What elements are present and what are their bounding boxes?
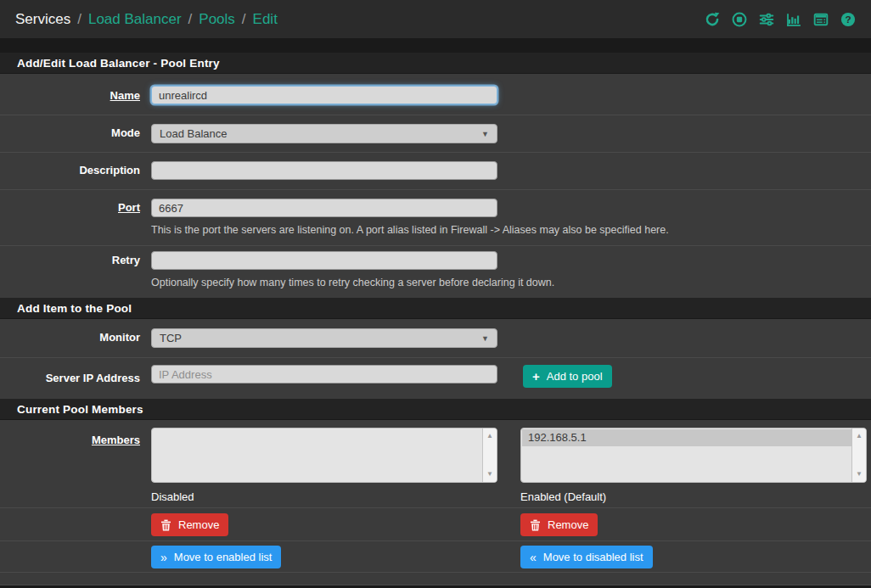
remove-label: Remove xyxy=(548,518,588,531)
trash-icon xyxy=(530,519,541,531)
remove-disabled-button[interactable]: Remove xyxy=(151,513,228,536)
section-title: Add/Edit Load Balancer - Pool Entry xyxy=(17,57,220,70)
scroll-down-icon[interactable]: ▼ xyxy=(852,471,866,478)
bar-chart-icon[interactable] xyxy=(785,11,801,27)
scrollbar[interactable]: ▲ ▼ xyxy=(482,428,497,482)
breadcrumb: Services / Load Balancer / Pools / Edit xyxy=(15,11,278,28)
double-chevron-left-icon: « xyxy=(530,552,537,563)
add-to-pool-label: Add to pool xyxy=(547,370,603,383)
section-title: Add Item to the Pool xyxy=(17,302,132,315)
scroll-up-icon[interactable]: ▲ xyxy=(483,433,497,440)
scrollbar[interactable]: ▲ ▼ xyxy=(851,428,866,482)
plus-icon: + xyxy=(532,370,540,383)
top-navbar: Services / Load Balancer / Pools / Edit xyxy=(0,0,871,38)
double-chevron-right-icon: » xyxy=(160,552,167,563)
remove-enabled-button[interactable]: Remove xyxy=(520,513,598,536)
pool-edit-panel: Add/Edit Load Balancer - Pool Entry Name… xyxy=(0,53,871,585)
monitor-label: Monitor xyxy=(0,328,140,344)
monitor-select[interactable]: TCP ▼ xyxy=(151,328,497,348)
disabled-list-caption: Disabled xyxy=(151,490,497,503)
scroll-down-icon[interactable]: ▼ xyxy=(483,471,497,478)
mode-select[interactable]: Load Balance ▼ xyxy=(151,124,497,143)
mode-select-value: Load Balance xyxy=(160,127,228,140)
name-label: Name xyxy=(0,86,140,102)
retry-input[interactable] xyxy=(151,251,497,270)
section-header-add-item: Add Item to the Pool xyxy=(0,298,871,319)
move-to-enabled-button[interactable]: » Move to enabled list xyxy=(151,546,281,568)
description-label: Description xyxy=(0,161,140,176)
breadcrumb-separator: / xyxy=(77,11,81,28)
members-row: Members ▲ ▼ Disabled 192.168.5.1 ▲ ▼ xyxy=(0,420,871,507)
mode-row: Mode Load Balance ▼ xyxy=(0,115,871,152)
scroll-up-icon[interactable]: ▲ xyxy=(852,433,866,440)
chevron-down-icon: ▼ xyxy=(481,130,489,138)
breadcrumb-load-balancer[interactable]: Load Balancer xyxy=(88,11,182,28)
server-ip-label: Server IP Address xyxy=(0,365,140,384)
server-ip-input[interactable] xyxy=(151,365,497,384)
retry-row: Retry Optionally specify how many times … xyxy=(0,245,871,298)
move-buttons-row: » Move to enabled list « Move to disable… xyxy=(0,540,871,572)
sliders-icon[interactable] xyxy=(758,11,774,27)
port-label: Port xyxy=(0,199,140,214)
refresh-icon[interactable] xyxy=(704,11,720,27)
section-header-members: Current Pool Members xyxy=(0,399,871,420)
breadcrumb-separator: / xyxy=(242,11,246,28)
help-icon[interactable]: ? xyxy=(840,11,856,27)
move-to-disabled-button[interactable]: « Move to disabled list xyxy=(520,546,653,568)
breadcrumb-separator: / xyxy=(188,11,193,28)
chevron-down-icon: ▼ xyxy=(481,334,489,343)
breadcrumb-pools[interactable]: Pools xyxy=(199,11,235,28)
enabled-members-list[interactable]: 192.168.5.1 ▲ ▼ xyxy=(520,428,867,483)
svg-text:?: ? xyxy=(845,13,851,25)
server-ip-row: Server IP Address + Add to pool xyxy=(0,357,871,399)
section-header-pool-entry: Add/Edit Load Balancer - Pool Entry xyxy=(0,53,871,74)
enabled-list-caption: Enabled (Default) xyxy=(520,490,867,503)
disabled-members-list[interactable]: ▲ ▼ xyxy=(151,428,497,483)
breadcrumb-edit[interactable]: Edit xyxy=(253,11,278,28)
mode-label: Mode xyxy=(0,124,140,139)
table-icon[interactable] xyxy=(812,11,829,27)
retry-help-text: Optionally specify how many times to ret… xyxy=(151,277,856,288)
panel-footer-row xyxy=(0,572,871,585)
remove-buttons-row: Remove Remove xyxy=(0,507,871,540)
stop-circle-icon[interactable] xyxy=(731,11,747,27)
list-item[interactable]: 192.168.5.1 xyxy=(522,429,851,446)
move-to-enabled-label: Move to enabled list xyxy=(174,551,273,563)
description-input[interactable] xyxy=(151,161,497,180)
trash-icon xyxy=(160,519,171,531)
breadcrumb-services[interactable]: Services xyxy=(15,11,70,28)
name-input[interactable] xyxy=(151,86,497,104)
section-title: Current Pool Members xyxy=(17,403,143,416)
members-label: Members xyxy=(0,428,140,446)
port-help-text: This is the port the servers are listeni… xyxy=(151,224,856,236)
port-row: Port This is the port the servers are li… xyxy=(0,189,871,245)
navbar-icons: ? xyxy=(704,11,856,27)
remove-label: Remove xyxy=(178,518,219,531)
retry-label: Retry xyxy=(0,251,140,266)
name-row: Name xyxy=(0,74,871,115)
monitor-select-value: TCP xyxy=(160,332,182,344)
port-input[interactable] xyxy=(151,199,497,217)
monitor-row: Monitor TCP ▼ xyxy=(0,319,871,357)
add-to-pool-button[interactable]: + Add to pool xyxy=(523,365,612,388)
description-row: Description xyxy=(0,152,871,189)
move-to-disabled-label: Move to disabled list xyxy=(543,551,643,563)
